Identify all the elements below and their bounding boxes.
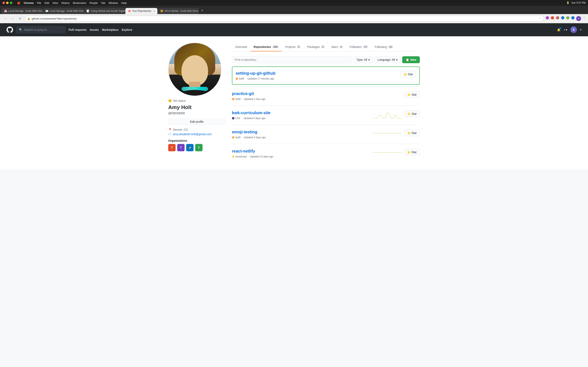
menu-bookmarks[interactable]: Bookmarks (73, 1, 86, 4)
star-button-5[interactable]: ⭐ Star (404, 149, 420, 155)
email-link[interactable]: amy.elizabeth.holt@gmail.com (173, 133, 212, 136)
apple-menu[interactable]: 🍎 (17, 1, 20, 4)
repo-name-4[interactable]: emoji-testing (232, 130, 373, 134)
star-label-4: Star (411, 131, 417, 134)
bookmark-star-icon[interactable]: ☆ (539, 17, 541, 20)
org-avatar-1[interactable]: T (168, 144, 176, 151)
extension-icon-5[interactable]: 🟢 (566, 16, 570, 21)
tab-followers[interactable]: Followers 47 (346, 43, 371, 51)
create-new-button[interactable]: + ▾ (564, 28, 567, 31)
avatar-dropdown-icon[interactable]: ▾ (580, 28, 581, 31)
repo-filter-bar: Type: All ▾ Language: All ▾ 📋 New (232, 56, 420, 63)
notifications-bell[interactable]: 🔔 (557, 28, 561, 31)
extension-icon-6[interactable]: 🔵 (571, 16, 575, 21)
new-tab-button[interactable]: + (199, 7, 205, 14)
extension-icon-1[interactable]: 🟣 (545, 16, 549, 21)
nav-pull-requests[interactable]: Pull requests (69, 28, 86, 31)
profile-avatar-container (168, 43, 221, 96)
menu-people[interactable]: People (89, 1, 98, 4)
activity-graph-5 (373, 149, 402, 153)
language-filter-button[interactable]: Language: All ▾ (374, 56, 401, 63)
tab-favicon-1: 📅 (4, 9, 7, 12)
back-button[interactable]: ‹ (2, 16, 8, 21)
org-avatar-4[interactable]: T (195, 144, 203, 151)
address-bar[interactable]: 🔒 github.com/ameseee?tab=repositories ☆ (25, 16, 544, 21)
close-dot[interactable] (2, 2, 5, 4)
lock-icon: 🔒 (27, 17, 30, 20)
repo-meta-1: Swift Updated 17 minutes ago (236, 77, 400, 80)
lang-text-2: Swift (235, 98, 241, 100)
type-filter-button[interactable]: Type: All ▾ (353, 56, 373, 63)
app-name[interactable]: Chrome (24, 1, 34, 4)
minimize-dot[interactable] (6, 2, 9, 4)
tab-repositories[interactable]: Repositories 104 (250, 43, 282, 51)
location-item: 📍 Denver, CO (168, 128, 225, 131)
menu-view[interactable]: View (52, 1, 58, 4)
repo-name-5[interactable]: react-netlify (232, 149, 373, 154)
tab-packages[interactable]: Packages 0 (304, 43, 328, 51)
repo-meta-3: CSS Updated 5 days ago (232, 117, 373, 120)
repo-name-3[interactable]: kwk-curriculum-site (232, 110, 373, 115)
star-button-1[interactable]: ⭐ Star (400, 71, 416, 77)
org-avatar-3[interactable]: ⚡ (186, 144, 194, 151)
repo-name-2[interactable]: practice-git (232, 91, 404, 96)
type-dropdown-icon: ▾ (368, 58, 370, 61)
nav-marketplace[interactable]: Marketplace (102, 28, 119, 31)
tab-stars[interactable]: Stars 4 (328, 43, 346, 51)
menu-window[interactable]: Window (108, 1, 118, 4)
user-avatar-toolbar[interactable]: A (576, 16, 581, 21)
browser-tab-1[interactable]: 📅 Local Storage - Kode With Kloss... ✕ (2, 8, 43, 14)
star-button-4[interactable]: ⭐ Star (404, 130, 420, 136)
repo-updated-4: Updated 5 days ago (244, 136, 266, 139)
extension-icon-2[interactable]: 🔴 (551, 16, 554, 21)
nav-issues[interactable]: Issues (90, 28, 99, 31)
tab-close-4[interactable]: ✕ (153, 10, 155, 12)
extension-icon-3[interactable]: 🟤 (556, 16, 559, 21)
tab-favicon-2: ✉️ (45, 9, 48, 12)
org-avatar-2[interactable]: T (177, 144, 185, 151)
new-repo-button[interactable]: 📋 New (402, 56, 420, 63)
extension-icon-4[interactable]: 🔵 (561, 16, 564, 21)
forward-button[interactable]: › (10, 16, 16, 21)
github-search[interactable]: 🔍 Search or jump to... / (16, 26, 65, 33)
tab-followers-label: Followers (350, 45, 362, 49)
nav-explore[interactable]: Explore (122, 28, 132, 31)
menu-file[interactable]: File (37, 1, 41, 4)
github-header-right: 🔔 + ▾ A ▾ (557, 26, 581, 33)
activity-graph-3 (373, 110, 402, 119)
repo-item-left-5: react-netlify JavaScript Updated 15 days… (232, 149, 373, 158)
github-logo[interactable] (7, 26, 13, 33)
repo-meta-5: JavaScript Updated 15 days ago (232, 155, 373, 158)
star-button-2[interactable]: ⭐ Star (404, 91, 420, 98)
browser-tab-4[interactable]: 🐙 Your Repositories ✕ (125, 8, 157, 14)
page-layout: 🙂 Set status Amy Holt ameseee Edit profi… (163, 36, 425, 169)
repo-item-1: setting-up-git-github Swift Updated 17 m… (232, 67, 420, 85)
edit-profile-button[interactable]: Edit profile (168, 119, 225, 125)
browser-tab-2[interactable]: ✉️ Local Storage - Kode With Kloss... ✕ (43, 8, 84, 14)
set-status-row[interactable]: 🙂 Set status (168, 99, 225, 102)
repo-updated-1: Updated 17 minutes ago (247, 77, 274, 80)
repo-item-left-3: kwk-curriculum-site CSS Updated 5 days a… (232, 110, 373, 120)
tab-overview[interactable]: Overview (232, 43, 250, 51)
star-label-1: Star (408, 73, 413, 76)
tab-favicon-4: 🐙 (128, 9, 131, 12)
star-button-3[interactable]: ⭐ Star (404, 110, 420, 117)
browser-tab-3[interactable]: 📝 Using GitHub and Xcode Togeth... ✕ (84, 8, 125, 14)
menu-edit[interactable]: Edit (44, 1, 49, 4)
menu-tab[interactable]: Tab (101, 1, 105, 4)
menu-dots-icon[interactable]: ⋮ (583, 16, 586, 21)
user-avatar[interactable]: A (571, 26, 577, 33)
repo-item-left-1: setting-up-git-github Swift Updated 17 m… (236, 71, 400, 80)
tab-following[interactable]: Following 13 (371, 43, 397, 51)
menu-help[interactable]: Help (121, 1, 127, 4)
menu-history[interactable]: History (61, 1, 69, 4)
tab-projects[interactable]: Projects 0 (282, 43, 304, 51)
window-controls[interactable] (2, 2, 12, 4)
repo-item-4: emoji-testing Swift Updated 5 days ago (232, 125, 420, 144)
browser-tab-5[interactable]: 🐱 Git & GitHub - Kode With Kloss... ✕ (158, 8, 199, 14)
notification-badge (559, 27, 561, 29)
repo-name-1[interactable]: setting-up-git-github (236, 71, 400, 76)
refresh-button[interactable]: ↺ (17, 16, 23, 21)
maximize-dot[interactable] (10, 2, 12, 4)
repo-search-input[interactable] (232, 56, 352, 63)
